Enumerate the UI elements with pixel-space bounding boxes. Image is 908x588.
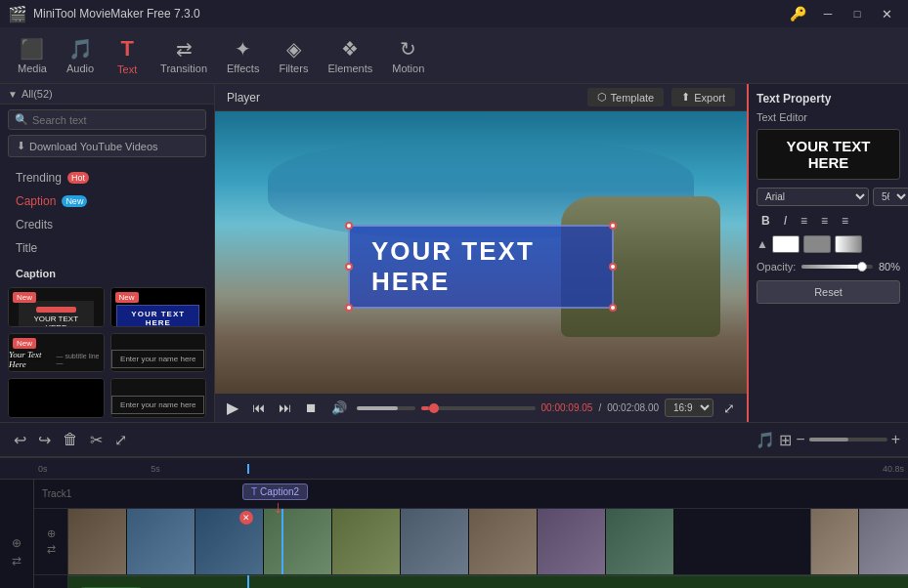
bg-color-swatch[interactable] xyxy=(803,235,831,253)
reset-btn[interactable]: Reset xyxy=(757,280,900,304)
motion-icon: ↻ xyxy=(400,37,416,61)
video-frame-7 xyxy=(469,509,538,574)
caption-card-27[interactable]: New YOUR TEXT HERE Caption27 xyxy=(110,287,207,327)
search-input[interactable] xyxy=(32,114,199,126)
handle-bl[interactable] xyxy=(345,304,353,312)
volume-btn[interactable]: 🔊 xyxy=(327,399,351,417)
overlay-text: YOUR TEXT HERE xyxy=(371,236,535,296)
text-label: Text xyxy=(117,63,137,75)
caption-chip[interactable]: T Caption2 xyxy=(242,483,308,500)
zoom-controls: 🎵 ⊞ − + xyxy=(756,431,900,449)
video-frame-6 xyxy=(401,509,469,574)
video-frame-1 xyxy=(68,509,127,574)
close-btn[interactable]: ✕ xyxy=(873,4,900,23)
ruler-5s: 5s xyxy=(151,464,160,474)
volume-slider[interactable] xyxy=(357,406,415,410)
audio-track-side: ♪ xyxy=(34,575,68,588)
next-frame-btn[interactable]: ⏭ xyxy=(275,399,295,417)
cut-btn[interactable]: ✂ xyxy=(84,427,108,453)
download-bar[interactable]: ⬇ Download YouTube Videos xyxy=(8,135,206,157)
redo-btn[interactable]: ↪ xyxy=(32,427,57,453)
tracks-container: Track1 T Caption2 ↓ ⊕ ⇄ xyxy=(34,480,908,588)
zoom-out-btn[interactable]: 🎵 xyxy=(756,431,775,449)
template-label: Template xyxy=(611,92,655,104)
nav-title[interactable]: Title xyxy=(0,236,214,260)
template-btn[interactable]: ⬡ Template xyxy=(587,88,665,106)
delete-badge[interactable]: ✕ xyxy=(239,511,253,525)
bold-btn[interactable]: B xyxy=(757,212,775,230)
caption-t-icon: T xyxy=(251,486,257,497)
undo-btn[interactable]: ↩ xyxy=(8,427,32,453)
motion-label: Motion xyxy=(392,63,424,74)
caption-card-28[interactable]: New Your Text Here — subtitle line — Cap… xyxy=(8,333,105,373)
toolbar-motion[interactable]: ↻ Motion xyxy=(382,33,434,78)
text-editor-box[interactable]: YOUR TEXT HERE xyxy=(757,129,900,180)
font-size-select[interactable]: 56 48 36 24 xyxy=(873,188,908,206)
handle-br[interactable] xyxy=(609,304,617,312)
export-btn[interactable]: ⬆ Export xyxy=(671,88,735,106)
toolbar-media[interactable]: ⬛ Media xyxy=(8,33,57,78)
minimize-btn[interactable]: ─ xyxy=(814,4,842,23)
handle-tl[interactable] xyxy=(345,222,353,230)
progress-bar[interactable] xyxy=(421,406,536,410)
nav-trending[interactable]: Trending Hot xyxy=(0,166,214,189)
caption-card-22[interactable]: Caption22 xyxy=(8,378,105,418)
caption-card-26[interactable]: New YOUR TEXT HERE Caption26 xyxy=(8,287,105,327)
titlebar: 🎬 MiniTool MovieMaker Free 7.3.0 🔑 ─ □ ✕ xyxy=(0,0,908,27)
video-track-add-btn[interactable]: ⊕ xyxy=(47,527,56,540)
transition-label: Transition xyxy=(160,63,207,74)
export-icon: ⬆ xyxy=(681,91,690,104)
nav-credits[interactable]: Credits xyxy=(0,213,214,236)
crop-btn[interactable]: ⤢ xyxy=(108,427,133,453)
nav-caption[interactable]: Caption New xyxy=(0,189,214,213)
main-content: ▼ All(52) 🔍 ⬇ Download YouTube Videos Tr… xyxy=(0,84,908,422)
player-controls: ▶ ⏮ ⏭ ⏹ 🔊 00:00:09.05 / 00:02:08.00 16:9… xyxy=(215,394,747,422)
text-overlay-inner: YOUR TEXT HERE xyxy=(348,225,614,309)
toolbar-transition[interactable]: ⇄ Transition xyxy=(151,33,217,78)
caption-card-23[interactable]: Enter your name here Caption23 xyxy=(110,378,207,418)
handle-ml[interactable] xyxy=(345,263,353,271)
aspect-ratio-select[interactable]: 16:9 9:16 1:1 xyxy=(665,399,713,417)
add-track-btn[interactable]: ⊕ xyxy=(12,536,22,550)
zoom-minus-btn[interactable]: − xyxy=(796,431,804,448)
caption-card-21[interactable]: Enter your name here Caption21 xyxy=(110,333,207,373)
video-track: ⊕ ⇄ ✕ 🔊 xyxy=(34,509,908,575)
handle-mr[interactable] xyxy=(609,263,617,271)
zoom-list-btn[interactable]: ⊞ xyxy=(779,431,792,449)
italic-btn[interactable]: I xyxy=(779,212,792,230)
player-header: Player ⬡ Template ⬆ Export xyxy=(215,84,747,111)
video-frame-5 xyxy=(332,509,401,574)
zoom-slider[interactable] xyxy=(809,438,887,441)
maximize-btn[interactable]: □ xyxy=(843,4,871,23)
toolbar-audio[interactable]: 🎵 Audio xyxy=(57,33,104,78)
audio-bar: ♪ Life 2.1m xyxy=(68,575,908,588)
play-btn[interactable]: ▶ xyxy=(223,397,242,419)
video-track-swap-btn[interactable]: ⇄ xyxy=(47,543,56,556)
stop-btn[interactable]: ⏹ xyxy=(301,399,322,417)
collapse-btn[interactable]: ▼ xyxy=(8,89,18,100)
audio-icon: 🎵 xyxy=(68,37,93,61)
text-color-swatch[interactable] xyxy=(772,235,800,253)
font-controls: Arial Times New Roman Helvetica 56 48 36… xyxy=(757,188,900,206)
toolbar-text[interactable]: T Text xyxy=(104,32,151,79)
toolbar-effects[interactable]: ✦ Effects xyxy=(217,33,269,78)
zoom-plus-btn[interactable]: + xyxy=(891,431,900,448)
text-overlay[interactable]: YOUR TEXT HERE xyxy=(348,225,614,309)
color-row: ▲ xyxy=(757,235,900,253)
align-right-btn[interactable]: ≡ xyxy=(837,212,853,230)
handle-tr[interactable] xyxy=(609,222,617,230)
toolbar-filters[interactable]: ◈ Filters xyxy=(269,33,318,78)
prev-btn[interactable]: ⏮ xyxy=(248,399,269,417)
align-center-btn[interactable]: ≡ xyxy=(816,212,833,230)
font-family-select[interactable]: Arial Times New Roman Helvetica xyxy=(757,188,869,206)
gradient-swatch[interactable] xyxy=(835,235,862,253)
text-editor-content: YOUR TEXT HERE xyxy=(765,138,891,171)
delete-btn[interactable]: 🗑 xyxy=(57,427,84,452)
track-settings-btn[interactable]: ⇄ xyxy=(12,554,22,567)
fullscreen-btn[interactable]: ⤢ xyxy=(719,399,739,418)
track1-label: Track1 xyxy=(38,488,71,499)
opacity-slider[interactable] xyxy=(801,265,873,269)
elements-label: Elements xyxy=(327,63,372,74)
toolbar-elements[interactable]: ❖ Elements xyxy=(318,33,382,78)
align-left-btn[interactable]: ≡ xyxy=(796,212,812,230)
